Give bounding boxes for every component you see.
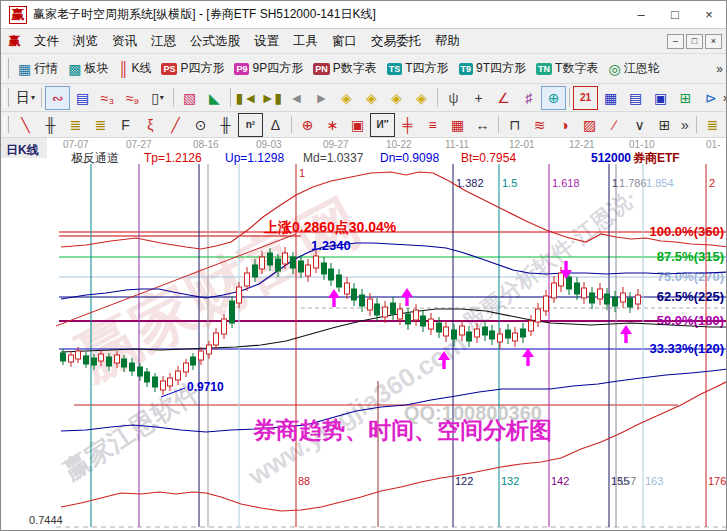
tb1-p-table-button[interactable]: PNP数字表 <box>308 57 382 80</box>
tb3-gold-grid-1-button[interactable]: ≣ <box>63 113 88 137</box>
tb2-wave-3-button[interactable]: ≈₃ <box>95 86 120 110</box>
kline-chart[interactable]: 赢家财富网赢家江恩软件www.yingjia360.com股票分析软件·江恩说·… <box>1 138 727 531</box>
tb3-gold-grid-2-button[interactable]: ≣ <box>88 113 113 137</box>
mdi-minimize-button[interactable]: – <box>667 34 684 49</box>
tb2-angle-tool-button[interactable]: ∠ <box>491 86 516 110</box>
date-axis-label: 07-07 <box>63 139 89 150</box>
menu-设置[interactable]: 设置 <box>247 30 286 53</box>
tb3-star-tool-button[interactable]: ∗ <box>320 113 345 137</box>
tb2-export-button[interactable]: ⊞ <box>673 86 698 110</box>
tb2-color-chart-button[interactable]: ◣ <box>202 86 227 110</box>
tb3-circle-cross-tool-button[interactable]: ⊕ <box>295 113 320 137</box>
tb3-gold-tool-button[interactable]: ≣ <box>700 113 725 137</box>
tb1-9p-square-button[interactable]: P99P四方形 <box>229 57 308 80</box>
tb3-pen-tool-button[interactable]: ╲ <box>13 113 38 137</box>
tb2-diamond-shrink-button[interactable]: ◈ <box>409 86 434 110</box>
menu-资讯[interactable]: 资讯 <box>105 30 144 53</box>
tb2-first-bar-button[interactable]: ▮◄ <box>234 86 259 110</box>
tb2-crosshair-tool-button[interactable]: + <box>466 86 491 110</box>
tb2-last-bar-button[interactable]: ►▮ <box>259 86 284 110</box>
toolbar-separator <box>498 116 499 134</box>
mdi-restore-button[interactable]: □ <box>686 34 703 49</box>
menu-公式选股[interactable]: 公式选股 <box>183 30 247 53</box>
toolbar-separator <box>41 88 42 107</box>
tb2-diamond-left-button[interactable]: ◈ <box>334 86 359 110</box>
tb3-f-tool-button[interactable]: F <box>113 113 138 137</box>
close-button[interactable]: × <box>692 2 726 28</box>
candle-body <box>291 257 296 268</box>
percent-level-label: 100.0%(360) <box>650 224 724 239</box>
tb2-next-bar-button[interactable]: ► <box>309 86 334 110</box>
tb3-n2-tool-button[interactable]: n² <box>238 113 263 137</box>
candle-body <box>84 356 89 364</box>
menu-工具[interactable]: 工具 <box>286 30 325 53</box>
tb3-span-tool-button[interactable]: ↔ <box>470 113 495 137</box>
tb2-diamond-right-button[interactable]: ◈ <box>359 86 384 110</box>
min-price-label: 0.7444 <box>29 514 63 526</box>
menu-窗口[interactable]: 窗口 <box>325 30 364 53</box>
tb3-arc-tool-button[interactable]: ◑ <box>552 113 577 137</box>
tb1-p-square-button[interactable]: PSP四方形 <box>156 57 229 80</box>
tb3-clock-tool-button[interactable]: ⊙ <box>188 113 213 137</box>
tb2-notes-button[interactable]: ▤ <box>623 86 648 110</box>
tb3-triangle-tool-button[interactable]: Δ <box>263 113 288 137</box>
tb3-more-1-button[interactable]: » <box>677 113 693 137</box>
candle-body <box>230 301 235 323</box>
tb2-festival-tool-button[interactable]: ♯ <box>516 86 541 110</box>
tb3-count-grid-tool-button[interactable]: ▦ <box>445 113 470 137</box>
tb3-square-dot-tool-button[interactable]: ▣ <box>345 113 370 137</box>
menu-文件[interactable]: 文件 <box>27 30 66 53</box>
tb3-bars2-tool-button[interactable]: ╫ <box>213 113 238 137</box>
tb2-period-day-button[interactable]: 日▾ <box>13 86 38 110</box>
tb2-save-button[interactable]: ▣ <box>648 86 673 110</box>
dropdown-caret-icon: ▾ <box>160 93 164 102</box>
candle-body <box>145 372 150 382</box>
tb1-sectors-button[interactable]: ▩板块 <box>63 57 113 80</box>
tb2-pattern-box-button[interactable]: ▧ <box>177 86 202 110</box>
tb1-t-table-button[interactable]: TNT数字表 <box>531 57 603 80</box>
tb3-grid-plus-tool-button[interactable]: ⊞ <box>652 113 677 137</box>
tb3-slash-tool-button[interactable]: ∕ <box>602 113 627 137</box>
minimize-button[interactable]: – <box>624 2 658 28</box>
tb2-wave-9-button[interactable]: ≈₉ <box>120 86 145 110</box>
tb3-win-text-tool-button[interactable]: ≡ <box>420 113 445 137</box>
tb2-wave-tool-button[interactable]: ∾ <box>45 86 70 110</box>
tb3-hatch-box-tool-button[interactable]: ▨ <box>577 113 602 137</box>
tb3-more-2-button[interactable]: » <box>725 113 726 137</box>
tb2-prev-bar-button[interactable]: ◄ <box>284 86 309 110</box>
tb1-quotes-button[interactable]: ▦行情 <box>13 57 63 80</box>
tb1-gann-wheel-button[interactable]: ◎江恩轮 <box>603 57 664 80</box>
menu-浏览[interactable]: 浏览 <box>66 30 105 53</box>
menu-江恩[interactable]: 江恩 <box>144 30 183 53</box>
tb1-9t-square-button[interactable]: T99T四方形 <box>454 57 532 80</box>
candle-body <box>513 333 518 341</box>
tb2-single-candle-button[interactable]: ▯▾ <box>145 86 170 110</box>
toolbar-separator <box>437 88 438 107</box>
tb3-bow-tool-button[interactable]: ξ <box>138 113 163 137</box>
tb3-frame-tool-button[interactable]: ⊓ <box>502 113 527 137</box>
tb2-calendar-button[interactable]: 21 <box>573 86 598 110</box>
tb1-kline-button[interactable]: ║K线 <box>113 57 156 80</box>
tb2-brain-tool-button[interactable]: ⊕ <box>541 86 566 110</box>
candle-body <box>237 287 242 303</box>
menu-帮助[interactable]: 帮助 <box>428 30 467 53</box>
toolbar-overflow-chevron[interactable]: » <box>716 62 723 76</box>
tb2-diamond-expand-button[interactable]: ◈ <box>384 86 409 110</box>
tb2-info-doc-button[interactable]: ▤ <box>70 86 95 110</box>
tb2-hand-tool-button[interactable]: ψ <box>441 86 466 110</box>
tb1-t-square-button[interactable]: TST四方形 <box>382 57 454 80</box>
tb3-cross-grid-tool-button[interactable]: ╪ <box>395 113 420 137</box>
tb2-calculator-button[interactable]: ▦ <box>598 86 623 110</box>
tb3-pen2-tool-button[interactable]: ╱ <box>163 113 188 137</box>
toolbar-grip <box>4 88 9 107</box>
toolbar-overflow-chevron[interactable]: » <box>723 91 726 105</box>
mdi-close-button[interactable]: × <box>705 34 722 49</box>
tb2-send-button[interactable]: ⊳ <box>698 86 723 110</box>
tb3-bars-tool-button[interactable]: ╫ <box>38 113 63 137</box>
tb3-fan-rays-tool-button[interactable]: ≋ <box>527 113 552 137</box>
menu-交易委托[interactable]: 交易委托 <box>364 30 428 53</box>
maximize-button[interactable]: □ <box>658 2 692 28</box>
tb3-n-quote-tool-button[interactable]: И″ <box>370 113 395 137</box>
t-square-icon: TS <box>387 63 403 75</box>
tb3-v-line-tool-button[interactable]: ∨ <box>627 113 652 137</box>
